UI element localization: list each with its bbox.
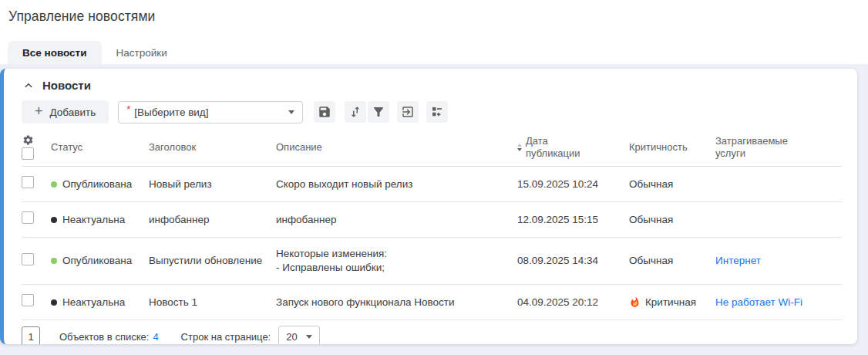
- table-row: Опубликована Новый релиз Скоро выходит н…: [22, 167, 842, 202]
- column-header-status: Статус: [51, 141, 149, 154]
- content-area: Новости + Добавить * [Выберите вид]: [0, 64, 868, 355]
- column-header-criticality: Критичность: [629, 141, 715, 154]
- objects-count: 4: [153, 331, 158, 343]
- panel-title: Новости: [42, 79, 91, 92]
- news-table: Статус Заголовок Описание Дата публикаци…: [4, 131, 857, 320]
- export-icon: [401, 105, 415, 119]
- row-checkbox[interactable]: [22, 211, 34, 224]
- rows-per-page-select[interactable]: 20: [278, 326, 320, 344]
- column-header-services: Затрагиваемые услуги: [715, 135, 809, 160]
- rows-per-page-label: Строк на странице:: [181, 331, 271, 343]
- row-checkbox[interactable]: [22, 294, 34, 306]
- toolbar: + Добавить * [Выберите вид]: [4, 96, 857, 131]
- status-dot-icon: [51, 217, 57, 223]
- column-header-date-sort[interactable]: Дата публикации: [517, 135, 629, 160]
- news-title: инфобаннер: [149, 213, 276, 227]
- objects-in-list-label: Объектов в списке:: [59, 331, 149, 343]
- sort-direction-icon: [517, 144, 522, 151]
- save-button[interactable]: [314, 101, 335, 123]
- export-rows-button[interactable]: [426, 101, 448, 123]
- publish-date: 15.09.2025 10:24: [517, 178, 629, 191]
- criticality-label: Обычная: [629, 213, 673, 227]
- news-title: Новый релиз: [149, 178, 276, 191]
- news-panel: Новости + Добавить * [Выберите вид]: [0, 69, 857, 344]
- save-icon: [318, 105, 331, 119]
- select-all-checkbox[interactable]: [22, 147, 34, 160]
- news-description: Запуск нового функционала Новости: [276, 296, 517, 309]
- column-settings-gear-icon[interactable]: [22, 134, 34, 146]
- rows-per-page-value: 20: [286, 331, 297, 343]
- filter-button[interactable]: [368, 101, 389, 123]
- news-title: Выпустили обновление: [149, 254, 276, 268]
- column-header-title: Заголовок: [149, 141, 276, 154]
- flame-icon: [629, 296, 641, 308]
- page-number-button[interactable]: 1: [22, 326, 40, 344]
- publish-date: 08.09.2025 14:34: [517, 254, 629, 268]
- row-checkbox[interactable]: [22, 253, 34, 265]
- chevron-down-icon: [306, 335, 312, 339]
- criticality-label: Обычная: [629, 178, 673, 191]
- add-button-label: Добавить: [50, 106, 96, 118]
- news-description: Скоро выходит новый релиз: [276, 178, 517, 191]
- chevron-down-icon: [288, 110, 294, 114]
- add-button[interactable]: + Добавить: [22, 100, 109, 123]
- table-row: Опубликована Выпустили обновление Некото…: [22, 238, 842, 285]
- collapse-chevron-up-icon[interactable]: [23, 80, 34, 91]
- filter-icon: [372, 105, 385, 119]
- export-rows-icon: [430, 105, 444, 119]
- export-button[interactable]: [397, 101, 419, 123]
- status-label: Опубликована: [62, 178, 132, 191]
- affected-service-link[interactable]: Не работает Wi-Fi: [715, 296, 802, 308]
- affected-service-link[interactable]: Интернет: [715, 255, 761, 266]
- tab-all-news[interactable]: Все новости: [8, 41, 102, 64]
- column-header-date: Дата публикации: [526, 135, 587, 160]
- table-row: Неактуальна Новость 1 Запуск нового функ…: [22, 285, 842, 320]
- view-select[interactable]: * [Выберите вид]: [118, 101, 303, 123]
- page-title: Управление новостями: [0, 0, 868, 25]
- required-asterisk: *: [126, 103, 130, 115]
- status-dot-icon: [51, 299, 57, 306]
- plus-icon: +: [35, 104, 43, 118]
- sort-icon: [348, 105, 362, 119]
- view-select-value: [Выберите вид]: [134, 106, 208, 118]
- row-checkbox[interactable]: [22, 176, 34, 188]
- sort-button[interactable]: [345, 101, 366, 123]
- pagination-footer: 1 Объектов в списке: 4 Строк на странице…: [4, 320, 857, 344]
- tab-settings[interactable]: Настройки: [102, 41, 182, 64]
- panel-header: Новости: [4, 69, 857, 96]
- publish-date: 04.09.2025 20:12: [517, 296, 629, 309]
- status-label: Опубликована: [62, 254, 132, 268]
- status-label: Неактуальна: [62, 213, 125, 227]
- table-header: Статус Заголовок Описание Дата публикаци…: [22, 131, 842, 167]
- status-dot-icon: [51, 181, 57, 188]
- table-row: Неактуальна инфобаннер инфобаннер 12.09.…: [22, 202, 842, 238]
- news-title: Новость 1: [149, 296, 276, 309]
- criticality-label: Обычная: [629, 254, 673, 268]
- column-header-description: Описание: [276, 141, 517, 154]
- status-dot-icon: [51, 258, 57, 264]
- criticality-label: Критичная: [645, 296, 696, 309]
- news-description: Некоторые изменения: - Исправлены ошибки…: [276, 247, 517, 275]
- news-description: инфобаннер: [276, 213, 517, 227]
- publish-date: 12.09.2025 15:15: [517, 213, 629, 227]
- table-body: Опубликована Новый релиз Скоро выходит н…: [22, 167, 842, 320]
- status-label: Неактуальна: [62, 296, 125, 309]
- tab-bar: Все новости Настройки: [8, 41, 868, 64]
